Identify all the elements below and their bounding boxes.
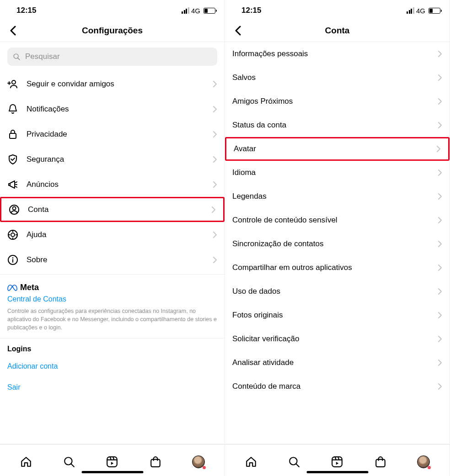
nav-search[interactable] [285,453,303,471]
list-item-sincronização-de-contatos[interactable]: Sincronização de contatos [225,232,450,256]
chevron-right-icon [438,264,442,271]
list-item-notificações[interactable]: Notificações [0,96,225,122]
list-item-seguir-e-convidar-amigos[interactable]: Seguir e convidar amigos [0,71,225,96]
svg-rect-2 [10,133,16,138]
search-placeholder: Pesquisar [25,52,60,61]
row-label: Analisar atividade [232,358,438,367]
list-item-salvos[interactable]: Salvos [225,66,450,90]
nav-search[interactable] [60,453,78,471]
nav-header: Conta [225,19,450,42]
network-label: 4G [191,7,200,15]
account-content: Informações pessoaisSalvosAmigos Próximo… [225,42,450,444]
list-item-sobre[interactable]: Sobre [0,247,225,272]
row-label: Compartilhar em outros aplicativos [232,263,438,272]
svg-point-6 [11,233,15,237]
chevron-right-icon [438,193,442,200]
row-label: Legendas [232,192,438,201]
phone-right: 12:15 4G Conta Informações pessoaisSalvo… [225,0,450,476]
status-bar: 12:15 4G [225,0,450,19]
list-item-legendas[interactable]: Legendas [225,185,450,208]
chevron-right-icon [213,106,217,113]
list-item-avatar[interactable]: Avatar [225,137,450,161]
svg-point-1 [12,80,16,84]
list-item-solicitar-verificação[interactable]: Solicitar verificação [225,327,450,351]
reels-icon [331,456,343,468]
svg-rect-10 [107,457,118,467]
info-icon [7,254,21,265]
list-item-fotos-originais[interactable]: Fotos originais [225,303,450,327]
back-button[interactable] [5,22,21,39]
list-item-analisar-atividade[interactable]: Analisar atividade [225,351,450,375]
settings-list: Seguir e convidar amigosNotificaçõesPriv… [0,71,225,272]
svg-point-4 [13,206,16,210]
chevron-right-icon [213,131,217,138]
chevron-right-icon [438,359,442,366]
status-bar: 12:15 4G [0,0,225,19]
row-label: Anúncios [27,180,213,189]
phone-left: 12:15 4G Configurações Pesquisar Seguir … [0,0,225,476]
list-item-compartilhar-em-outros-aplicativos[interactable]: Compartilhar em outros aplicativos [225,256,450,280]
battery-icon [429,8,440,14]
list-item-uso-de-dados[interactable]: Uso de dados [225,280,450,303]
megaphone-icon [7,179,21,190]
nav-reels[interactable] [328,453,346,471]
search-icon [288,456,300,468]
chevron-right-icon [438,288,442,295]
search-icon [13,53,21,61]
back-button[interactable] [230,22,246,39]
chevron-right-icon [438,50,442,58]
chevron-left-icon [235,26,241,36]
battery-icon [204,8,215,14]
accounts-center-link[interactable]: Central de Contas [7,295,217,303]
chevron-right-icon [213,231,217,238]
row-label: Seguir e convidar amigos [27,79,213,89]
bell-icon [7,104,21,115]
home-indicator [81,471,143,473]
list-item-ajuda[interactable]: Ajuda [0,222,225,247]
list-item-conta[interactable]: Conta [0,197,225,222]
chevron-right-icon [438,217,442,224]
list-item-anúncios[interactable]: Anúncios [0,172,225,197]
list-item-controle-de-conteúdo-sensível[interactable]: Controle de conteúdo sensível [225,208,450,232]
chevron-right-icon [438,240,442,248]
nav-home[interactable] [242,453,260,471]
row-label: Privacidade [27,130,213,139]
nav-profile[interactable] [189,453,208,471]
row-label: Conta [28,205,211,214]
chevron-right-icon [213,156,217,163]
row-label: Controle de conteúdo sensível [232,216,438,225]
svg-rect-14 [376,459,385,466]
search-input[interactable]: Pesquisar [7,48,217,66]
notification-dot [203,466,206,469]
list-item-informações-pessoais[interactable]: Informações pessoais [225,42,450,66]
row-label: Ajuda [27,230,213,239]
list-item-conteúdo-de-marca[interactable]: Conteúdo de marca [225,375,450,398]
shop-icon [375,456,386,468]
list-item-segurança[interactable]: Segurança [0,147,225,172]
meta-section: Meta Central de Contas Controle as confi… [0,274,225,332]
add-account-link[interactable]: Adicionar conta [0,356,225,377]
logins-heading: Logins [0,338,225,356]
status-time: 12:15 [241,6,261,15]
nav-shop[interactable] [371,453,390,471]
row-label: Salvos [232,73,438,82]
nav-home[interactable] [17,453,35,471]
chevron-right-icon [438,335,442,343]
list-item-amigos-próximos[interactable]: Amigos Próximos [225,90,450,113]
chevron-right-icon [213,256,217,264]
chevron-right-icon [438,122,442,129]
list-item-status-da-conta[interactable]: Status da conta [225,113,450,137]
logout-link[interactable]: Sair [0,377,225,398]
list-item-idioma[interactable]: Idioma [225,161,450,185]
chevron-right-icon [436,145,441,153]
row-label: Sincronização de contatos [232,239,438,249]
nav-shop[interactable] [146,453,165,471]
nav-profile[interactable] [414,453,433,471]
chevron-right-icon [438,98,442,105]
page-title: Conta [225,26,450,36]
list-item-privacidade[interactable]: Privacidade [0,122,225,147]
home-icon [20,456,32,468]
status-right: 4G [407,7,440,15]
nav-reels[interactable] [103,453,121,471]
chevron-right-icon [438,169,442,176]
